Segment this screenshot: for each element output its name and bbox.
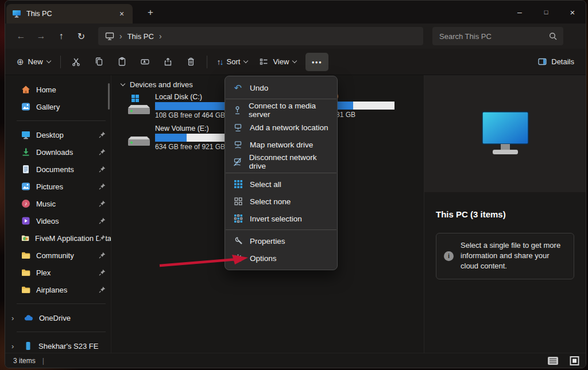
menu-item-select-none[interactable]: Select none: [225, 193, 337, 210]
home-icon: [21, 85, 30, 94]
forward-button[interactable]: →: [31, 28, 51, 45]
pin-icon: [99, 235, 106, 242]
sidebar-item-community[interactable]: Community: [5, 247, 111, 264]
pin-icon: [99, 131, 106, 138]
tab-close-icon[interactable]: ×: [117, 9, 127, 18]
gallery-icon: [21, 102, 30, 111]
info-card: i Select a single file to get more infor…: [436, 233, 574, 279]
close-button[interactable]: ×: [559, 1, 586, 24]
computer-icon: [105, 32, 114, 41]
large-thumbnails-view-button[interactable]: [569, 356, 580, 365]
sidebar-item-fivem[interactable]: FiveM Application Data: [5, 229, 111, 247]
delete-button[interactable]: [180, 52, 203, 72]
menu-item-properties[interactable]: Properties: [225, 232, 337, 250]
paste-icon: [117, 57, 127, 67]
rename-button[interactable]: [134, 52, 157, 72]
sidebar-item-gallery[interactable]: Gallery: [5, 98, 111, 115]
sidebar-scrollbar[interactable]: [108, 83, 110, 110]
sidebar-item-desktop[interactable]: Desktop: [5, 126, 111, 143]
sort-button[interactable]: ↑↓ Sort: [211, 52, 254, 72]
search-box[interactable]: Search This PC: [432, 27, 563, 45]
new-label: New: [28, 57, 43, 66]
paste-button[interactable]: [111, 52, 134, 72]
folder-icon: [21, 251, 30, 260]
pin-icon: [99, 166, 106, 173]
expand-chevron-icon[interactable]: ›: [11, 342, 18, 350]
media-server-icon: [233, 106, 242, 115]
menu-item-select-all[interactable]: Select all: [225, 176, 337, 193]
status-bar: 3 items |: [5, 353, 586, 368]
pin-icon: [99, 252, 106, 259]
share-button[interactable]: [157, 52, 180, 72]
tab-this-pc[interactable]: This PC ×: [6, 4, 133, 24]
see-more-menu: ↶ Undo Connect to a media server Add a n…: [225, 76, 338, 270]
desktop-icon: [21, 130, 30, 139]
onedrive-icon: [24, 314, 33, 322]
sidebar-divider: [17, 332, 106, 332]
breadcrumb-this-pc[interactable]: This PC: [127, 32, 154, 41]
sidebar-item-airplanes[interactable]: Airplanes: [5, 281, 111, 298]
this-pc-tab-icon: [12, 9, 21, 18]
info-icon: i: [444, 251, 454, 261]
view-button[interactable]: View: [253, 52, 302, 72]
chevron-right-icon: ›: [119, 32, 122, 41]
see-more-button[interactable]: ●●●: [305, 53, 328, 71]
up-button[interactable]: ↑: [51, 28, 71, 45]
sidebar-divider: [17, 303, 106, 304]
pin-icon: [99, 183, 106, 190]
menu-item-invert-selection[interactable]: Invert selection: [225, 210, 337, 227]
pin-icon: [99, 200, 106, 207]
window-controls: – □ ×: [506, 1, 586, 24]
menu-item-connect-media-server[interactable]: Connect to a media server: [225, 102, 337, 119]
network-location-icon: [233, 123, 243, 133]
preview-area: [424, 75, 586, 192]
cut-button[interactable]: [65, 52, 88, 72]
copy-button[interactable]: [88, 52, 111, 72]
sort-label: Sort: [227, 57, 241, 66]
downloads-icon: [21, 147, 30, 157]
drive-c-icon: [127, 92, 151, 118]
sidebar-item-videos[interactable]: Videos: [5, 212, 111, 229]
menu-item-add-network-location[interactable]: Add a network location: [225, 119, 337, 136]
sidebar-item-documents[interactable]: Documents: [5, 161, 111, 178]
circle-plus-icon: ⊕: [17, 57, 24, 67]
menu-separator: [226, 229, 336, 230]
pictures-icon: [21, 182, 30, 191]
chevron-down-icon: [243, 59, 248, 63]
rename-icon: [140, 57, 150, 67]
new-button[interactable]: ⊕ New: [11, 52, 56, 72]
sidebar-item-home[interactable]: Home: [5, 81, 111, 98]
refresh-button[interactable]: ↻: [71, 28, 91, 45]
select-all-icon: [233, 180, 243, 189]
minimize-button[interactable]: –: [506, 1, 533, 24]
new-tab-button[interactable]: +: [143, 6, 158, 20]
disconnect-network-drive-icon: [233, 157, 243, 167]
sidebar-item-pictures[interactable]: Pictures: [5, 178, 111, 195]
sidebar-item-music[interactable]: ♪ Music: [5, 195, 111, 212]
invert-selection-icon: [233, 214, 243, 223]
menu-item-disconnect-network-drive[interactable]: Disconnect network drive: [225, 153, 337, 170]
menu-separator: [226, 173, 336, 173]
navigation-bar: ← → ↑ ↻ › This PC › Search This PC: [5, 24, 586, 49]
details-pane-icon: [537, 57, 547, 67]
address-bar[interactable]: › This PC ›: [98, 27, 423, 45]
back-button[interactable]: ←: [11, 28, 31, 45]
details-view-button[interactable]: [547, 356, 559, 365]
music-icon: ♪: [21, 199, 30, 208]
folder-icon: [21, 285, 30, 294]
sidebar-item-downloads[interactable]: Downloads: [5, 143, 111, 161]
tab-title: This PC: [26, 10, 111, 18]
search-placeholder: Search This PC: [439, 32, 548, 41]
toolbar-separator: [60, 56, 61, 68]
expand-chevron-icon[interactable]: ›: [11, 314, 18, 322]
view-label: View: [273, 57, 289, 66]
sidebar-item-plex[interactable]: Plex: [5, 264, 111, 281]
sidebar-item-phone[interactable]: › Shekhar's S23 FE: [5, 337, 111, 355]
menu-item-undo[interactable]: ↶ Undo: [225, 79, 337, 96]
sidebar-item-onedrive[interactable]: › OneDrive: [5, 309, 111, 326]
chevron-right-icon: ›: [159, 32, 162, 41]
maximize-button[interactable]: □: [533, 1, 559, 24]
menu-item-map-network-drive[interactable]: Map network drive: [225, 136, 337, 153]
share-icon: [163, 57, 173, 67]
details-pane-toggle[interactable]: Details: [532, 52, 580, 72]
